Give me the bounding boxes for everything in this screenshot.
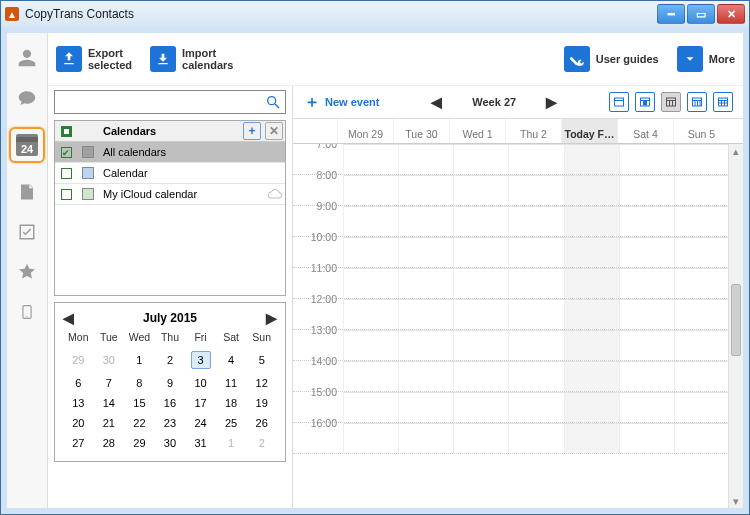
mini-cal-day[interactable]: 30 — [155, 433, 186, 453]
scroll-down-button[interactable]: ▾ — [729, 494, 743, 508]
time-cell[interactable] — [343, 393, 398, 422]
messages-icon[interactable] — [16, 87, 38, 109]
next-week-button[interactable]: ▶ — [546, 94, 557, 110]
time-cell[interactable] — [674, 362, 729, 391]
time-cell[interactable] — [564, 176, 619, 205]
time-cell[interactable] — [508, 176, 563, 205]
add-calendar-button[interactable]: + — [243, 122, 261, 140]
mini-cal-day[interactable]: 10 — [185, 373, 216, 393]
time-cell[interactable] — [453, 331, 508, 360]
time-grid[interactable]: 7:008:009:0010:0011:0012:0013:0014:0015:… — [293, 144, 743, 508]
more-button[interactable]: More — [677, 46, 735, 72]
mini-cal-day[interactable]: 9 — [155, 373, 186, 393]
time-cell[interactable] — [343, 362, 398, 391]
view-list-button[interactable] — [609, 92, 629, 112]
mini-cal-day[interactable]: 20 — [63, 413, 94, 433]
time-cell[interactable] — [619, 331, 674, 360]
mini-cal-next-button[interactable]: ▶ — [266, 310, 277, 326]
mini-cal-day[interactable]: 26 — [246, 413, 277, 433]
time-cell[interactable] — [453, 207, 508, 236]
calendar-row[interactable]: All calendars — [55, 142, 285, 163]
mini-cal-day[interactable]: 15 — [124, 393, 155, 413]
time-cell[interactable] — [564, 300, 619, 329]
time-cell[interactable] — [343, 238, 398, 267]
search-icon[interactable] — [265, 94, 281, 110]
vertical-scrollbar[interactable]: ▴ ▾ — [728, 144, 743, 508]
view-month-button[interactable] — [713, 92, 733, 112]
mini-cal-prev-button[interactable]: ◀ — [63, 310, 74, 326]
delete-calendar-button[interactable]: ✕ — [265, 122, 283, 140]
close-button[interactable]: ✕ — [717, 4, 745, 24]
time-cell[interactable] — [343, 331, 398, 360]
new-event-button[interactable]: ＋ New event — [303, 93, 379, 111]
time-cell[interactable] — [564, 393, 619, 422]
time-cell[interactable] — [674, 424, 729, 453]
mini-cal-day[interactable]: 2 — [155, 347, 186, 373]
mini-cal-day[interactable]: 18 — [216, 393, 247, 413]
time-cell[interactable] — [674, 331, 729, 360]
calendar-row[interactable]: Calendar — [55, 163, 285, 184]
time-cell[interactable] — [508, 238, 563, 267]
day-header[interactable]: Sat 4 — [617, 119, 673, 143]
mini-cal-day[interactable]: 31 — [185, 433, 216, 453]
mini-cal-day[interactable]: 8 — [124, 373, 155, 393]
time-cell[interactable] — [343, 207, 398, 236]
time-cell[interactable] — [619, 424, 674, 453]
time-cell[interactable] — [398, 393, 453, 422]
mini-cal-day[interactable]: 6 — [63, 373, 94, 393]
time-cell[interactable] — [619, 393, 674, 422]
mini-cal-day[interactable]: 27 — [63, 433, 94, 453]
time-cell[interactable] — [619, 207, 674, 236]
time-cell[interactable] — [674, 393, 729, 422]
scroll-thumb[interactable] — [731, 284, 741, 356]
time-cell[interactable] — [508, 393, 563, 422]
search-input[interactable] — [59, 94, 265, 110]
mini-cal-day[interactable]: 11 — [216, 373, 247, 393]
time-cell[interactable] — [619, 269, 674, 298]
time-cell[interactable] — [398, 331, 453, 360]
time-cell[interactable] — [398, 269, 453, 298]
time-cell[interactable] — [619, 300, 674, 329]
time-cell[interactable] — [619, 176, 674, 205]
time-cell[interactable] — [398, 424, 453, 453]
time-cell[interactable] — [343, 176, 398, 205]
maximize-button[interactable]: ▭ — [687, 4, 715, 24]
mini-cal-day[interactable]: 14 — [94, 393, 125, 413]
time-cell[interactable] — [343, 300, 398, 329]
user-guides-button[interactable]: User guides — [564, 46, 659, 72]
calendar-checkbox[interactable] — [61, 189, 72, 200]
mini-cal-day[interactable]: 1 — [216, 433, 247, 453]
calendar-checkbox[interactable] — [61, 147, 72, 158]
calendar-tab-selected[interactable]: 24 — [9, 127, 45, 163]
time-cell[interactable] — [564, 424, 619, 453]
time-cell[interactable] — [398, 176, 453, 205]
day-header[interactable]: Thu 2 — [505, 119, 561, 143]
mini-cal-day[interactable]: 12 — [246, 373, 277, 393]
time-cell[interactable] — [398, 145, 453, 174]
time-cell[interactable] — [453, 176, 508, 205]
time-cell[interactable] — [508, 269, 563, 298]
time-cell[interactable] — [453, 424, 508, 453]
mini-cal-day[interactable]: 30 — [94, 347, 125, 373]
mini-cal-day[interactable]: 29 — [124, 433, 155, 453]
time-cell[interactable] — [619, 145, 674, 174]
mini-cal-day[interactable]: 2 — [246, 433, 277, 453]
time-cell[interactable] — [453, 238, 508, 267]
mini-cal-day[interactable]: 3 — [185, 347, 216, 373]
time-cell[interactable] — [508, 424, 563, 453]
time-cell[interactable] — [343, 145, 398, 174]
time-cell[interactable] — [398, 362, 453, 391]
mini-cal-day[interactable]: 25 — [216, 413, 247, 433]
view-day-button[interactable] — [635, 92, 655, 112]
notes-icon[interactable] — [16, 181, 38, 203]
select-all-checkbox[interactable] — [61, 126, 72, 137]
time-cell[interactable] — [674, 238, 729, 267]
time-cell[interactable] — [508, 362, 563, 391]
todos-icon[interactable] — [16, 221, 38, 243]
mini-cal-day[interactable]: 28 — [94, 433, 125, 453]
time-cell[interactable] — [564, 362, 619, 391]
calendar-checkbox[interactable] — [61, 168, 72, 179]
time-cell[interactable] — [564, 269, 619, 298]
time-cell[interactable] — [674, 300, 729, 329]
mini-cal-day[interactable]: 17 — [185, 393, 216, 413]
